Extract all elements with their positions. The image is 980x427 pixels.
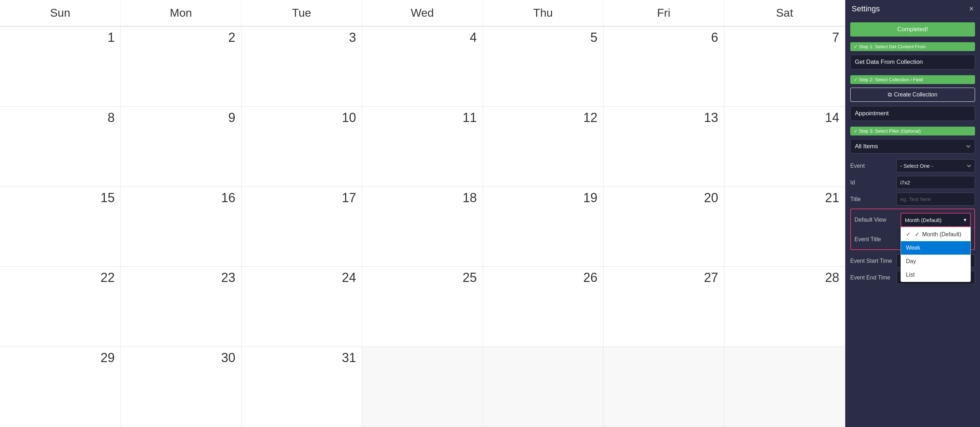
title-row: Title <box>850 193 975 206</box>
calendar-cell-25[interactable]: 25 <box>362 267 482 347</box>
default-view-dropdown-container: Month (Default) ▾ ✓ Month (Default) Week… <box>900 213 971 227</box>
calendar-cell-20[interactable]: 20 <box>603 187 724 267</box>
calendar-cell-empty-4 <box>724 347 845 427</box>
calendar-cell-16[interactable]: 16 <box>121 187 241 267</box>
step3-badge-text: ✓ Step 3: Select Filter (Optional) <box>854 128 921 134</box>
default-view-selected[interactable]: Month (Default) ▾ <box>900 213 971 227</box>
settings-panel: Settings × Completed! ✓ Step 1: Select G… <box>845 0 980 427</box>
default-view-label: Default View <box>854 217 900 223</box>
calendar-area: Sun Mon Tue Wed Thu Fri Sat 1 2 3 4 5 6 … <box>0 0 845 427</box>
calendar-cell-9[interactable]: 9 <box>121 107 241 187</box>
header-fri: Fri <box>603 0 724 26</box>
default-view-dropdown-list: ✓ Month (Default) Week Day List <box>900 227 971 282</box>
create-collection-label: Create Collection <box>894 91 937 98</box>
event-start-label: Event Start Time <box>850 258 896 264</box>
option-day[interactable]: Day <box>901 255 970 268</box>
calendar-cell-26[interactable]: 26 <box>483 267 603 347</box>
calendar-cell-27[interactable]: 27 <box>603 267 724 347</box>
id-row: Id <box>850 176 975 189</box>
header-sun: Sun <box>0 0 121 26</box>
calendar-cell-empty-3 <box>603 347 724 427</box>
option-day-label: Day <box>906 258 916 264</box>
option-list-label: List <box>906 272 915 278</box>
calendar-cell-22[interactable]: 22 <box>0 267 121 347</box>
calendar-cell-8[interactable]: 8 <box>0 107 121 187</box>
calendar-cell-29[interactable]: 29 <box>0 347 121 427</box>
calendar-cell-6[interactable]: 6 <box>603 27 724 107</box>
calendar-cell-28[interactable]: 28 <box>724 267 845 347</box>
event-end-label: Event End Time <box>850 274 896 281</box>
completed-bar: Completed! <box>850 22 975 37</box>
calendar-cell-18[interactable]: 18 <box>362 187 482 267</box>
calendar-cell-10[interactable]: 10 <box>242 107 362 187</box>
step2-badge: ✓ Step 2: Select Collection / Field <box>850 75 975 84</box>
collection-input[interactable] <box>850 106 975 121</box>
settings-header: Settings × <box>845 0 980 18</box>
step2-badge-text: ✓ Step 2: Select Collection / Field <box>854 77 923 82</box>
calendar-cell-7[interactable]: 7 <box>724 27 845 107</box>
calendar-cell-3[interactable]: 3 <box>242 27 362 107</box>
calendar-cell-13[interactable]: 13 <box>603 107 724 187</box>
calendar-cell-4[interactable]: 4 <box>362 27 482 107</box>
calendar-cell-2[interactable]: 2 <box>121 27 241 107</box>
filter-select[interactable]: All Items <box>850 139 975 154</box>
calendar-cell-30[interactable]: 30 <box>121 347 241 427</box>
calendar-grid: 1 2 3 4 5 6 7 8 9 10 11 12 13 14 15 16 1… <box>0 27 845 427</box>
dropdown-chevron-icon: ▾ <box>964 217 967 223</box>
step1-badge: ✓ Step 1: Select Get Content From <box>850 42 975 51</box>
event-label: Event <box>850 163 896 169</box>
highlighted-section: Default View Month (Default) ▾ ✓ Month (… <box>850 209 975 250</box>
calendar-cell-12[interactable]: 12 <box>483 107 603 187</box>
event-title-label: Event Title <box>854 236 900 242</box>
header-tue: Tue <box>242 0 362 26</box>
header-thu: Thu <box>483 0 603 26</box>
header-sat: Sat <box>724 0 845 26</box>
calendar-header: Sun Mon Tue Wed Thu Fri Sat <box>0 0 845 27</box>
close-button[interactable]: × <box>969 4 974 13</box>
event-select[interactable]: - Select One - <box>896 159 975 172</box>
calendar-cell-19[interactable]: 19 <box>483 187 603 267</box>
header-wed: Wed <box>362 0 482 26</box>
event-row: Event - Select One - <box>850 159 975 172</box>
calendar-cell-empty-2 <box>483 347 603 427</box>
calendar-cell-23[interactable]: 23 <box>121 267 241 347</box>
title-input[interactable] <box>896 193 975 206</box>
default-view-row: Default View Month (Default) ▾ ✓ Month (… <box>851 211 974 229</box>
calendar-cell-11[interactable]: 11 <box>362 107 482 187</box>
calendar-cell-14[interactable]: 14 <box>724 107 845 187</box>
calendar-cell-15[interactable]: 15 <box>0 187 121 267</box>
check-icon: ✓ <box>915 231 920 237</box>
id-label: Id <box>850 180 896 186</box>
calendar-cell-21[interactable]: 21 <box>724 187 845 267</box>
id-input[interactable] <box>896 176 975 189</box>
option-week[interactable]: Week <box>901 241 970 255</box>
option-week-label: Week <box>906 245 920 251</box>
calendar-cell-24[interactable]: 24 <box>242 267 362 347</box>
option-list[interactable]: List <box>901 268 970 282</box>
option-month-label: Month (Default) <box>922 231 961 237</box>
calendar-cell-empty-1 <box>362 347 482 427</box>
calendar-cell-5[interactable]: 5 <box>483 27 603 107</box>
get-data-input[interactable] <box>850 55 975 70</box>
header-mon: Mon <box>121 0 241 26</box>
calendar-cell-1[interactable]: 1 <box>0 27 121 107</box>
option-month[interactable]: ✓ Month (Default) <box>901 227 970 241</box>
step1-badge-text: ✓ Step 1: Select Get Content From <box>854 44 926 49</box>
step3-badge: ✓ Step 3: Select Filter (Optional) <box>850 127 975 135</box>
calendar-cell-31[interactable]: 31 <box>242 347 362 427</box>
default-view-value: Month (Default) <box>905 217 941 223</box>
settings-title: Settings <box>852 4 880 13</box>
external-link-icon: ⧉ <box>888 91 892 98</box>
create-collection-button[interactable]: ⧉ Create Collection <box>850 88 975 102</box>
calendar-cell-17[interactable]: 17 <box>242 187 362 267</box>
title-label: Title <box>850 196 896 202</box>
